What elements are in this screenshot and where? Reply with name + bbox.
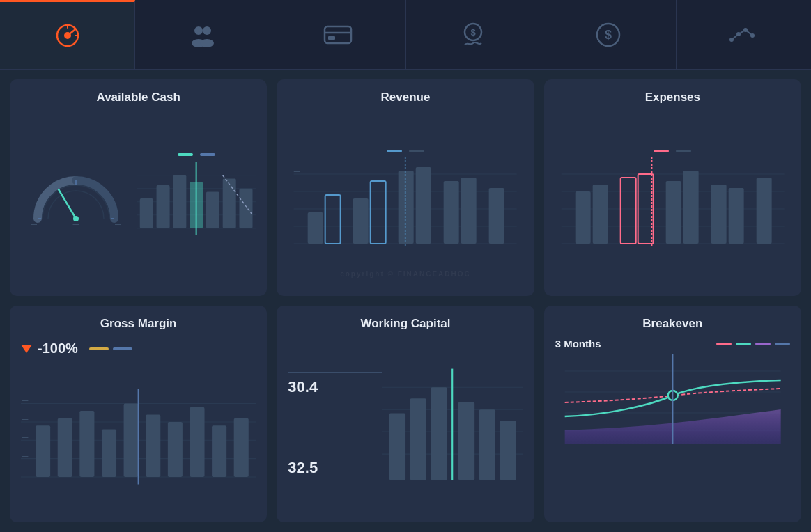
svg-rect-86 xyxy=(102,429,116,477)
gross-margin-value: -100% xyxy=(38,341,78,357)
svg-text:$: $ xyxy=(470,27,476,38)
svg-rect-65 xyxy=(592,185,608,244)
wc-values: 30.4 32.5 xyxy=(288,338,382,511)
revenue-chart: — — xyxy=(288,157,523,247)
gross-margin-chart: — — — — xyxy=(21,362,256,511)
svg-rect-103 xyxy=(479,409,495,480)
svg-rect-11 xyxy=(328,36,335,40)
dashboard-grid: Available Cash xyxy=(0,70,811,532)
svg-rect-70 xyxy=(711,185,726,244)
breakeven-legend-4 xyxy=(775,343,790,345)
working-capital-chart xyxy=(382,338,523,511)
nav-dashboard[interactable] xyxy=(0,0,135,69)
revenue-legend xyxy=(288,150,523,152)
svg-rect-57 xyxy=(489,188,504,244)
nav-team[interactable] xyxy=(135,0,270,69)
svg-rect-34 xyxy=(157,185,170,228)
available-cash-bars xyxy=(137,153,256,244)
svg-rect-39 xyxy=(240,188,253,228)
svg-rect-84 xyxy=(58,418,72,477)
svg-rect-71 xyxy=(728,188,743,244)
card-revenue: Revenue — xyxy=(277,79,534,296)
gauge-chart xyxy=(27,169,125,224)
svg-rect-49 xyxy=(308,212,323,244)
svg-rect-102 xyxy=(458,402,474,480)
svg-point-8 xyxy=(200,39,214,47)
svg-rect-99 xyxy=(389,414,406,480)
svg-line-21 xyxy=(739,30,746,34)
available-cash-legend xyxy=(137,153,256,156)
available-cash-chart xyxy=(137,160,256,237)
svg-rect-104 xyxy=(500,421,516,480)
gauge-container: — — — xyxy=(21,169,131,228)
card-working-capital: Working Capital 30.4 32.5 xyxy=(277,306,534,522)
svg-rect-68 xyxy=(665,181,681,244)
breakeven-legend xyxy=(716,343,790,345)
svg-rect-85 xyxy=(79,411,94,477)
svg-rect-35 xyxy=(173,175,186,228)
card-available-cash: Available Cash xyxy=(10,79,267,296)
breakeven-legend-3 xyxy=(755,343,771,345)
svg-rect-56 xyxy=(461,178,477,244)
revenue-title: Revenue xyxy=(288,91,523,104)
svg-rect-54 xyxy=(416,167,431,244)
revenue-content: — — xyxy=(288,111,523,285)
card-gross-margin: Gross Margin -100% — — xyxy=(10,306,267,522)
nav-payments[interactable] xyxy=(270,0,406,69)
svg-text:—: — xyxy=(22,434,29,441)
svg-rect-92 xyxy=(234,418,249,477)
svg-rect-9 xyxy=(325,26,351,43)
wc-value-1: 30.4 xyxy=(288,372,382,396)
svg-line-20 xyxy=(732,34,739,40)
svg-rect-50 xyxy=(325,195,341,244)
gross-margin-title: Gross Margin xyxy=(21,317,256,331)
available-cash-content: — — — xyxy=(21,111,256,285)
svg-rect-91 xyxy=(212,425,226,477)
card-expenses: Expenses xyxy=(544,79,801,296)
svg-text:—: — xyxy=(294,185,300,192)
svg-rect-53 xyxy=(399,171,414,244)
svg-text:—: — xyxy=(294,168,300,175)
expenses-legend xyxy=(555,150,790,152)
svg-text:—: — xyxy=(22,453,29,460)
breakeven-legend-1 xyxy=(716,343,732,345)
working-capital-title: Working Capital xyxy=(288,317,523,331)
svg-rect-90 xyxy=(190,407,204,477)
gross-margin-chart-area: — — — — xyxy=(21,362,256,511)
nav-analytics[interactable] xyxy=(677,0,811,69)
expenses-content xyxy=(555,111,790,285)
svg-rect-72 xyxy=(756,178,771,244)
breakeven-period: 3 Months xyxy=(555,338,601,350)
wc-chart-area xyxy=(382,338,523,511)
svg-rect-66 xyxy=(620,178,635,244)
svg-rect-100 xyxy=(410,398,426,480)
svg-text:—: — xyxy=(22,416,29,423)
svg-rect-101 xyxy=(431,387,447,480)
nav-cashflow[interactable]: $ xyxy=(406,0,541,69)
svg-point-6 xyxy=(203,26,211,35)
gm-legend-prev xyxy=(113,347,132,350)
svg-rect-37 xyxy=(206,191,219,228)
svg-rect-38 xyxy=(223,178,236,228)
top-nav: $ $ xyxy=(0,0,811,70)
svg-rect-69 xyxy=(683,171,698,244)
svg-point-5 xyxy=(194,26,203,35)
watermark: copyright © FINANCEADHOC xyxy=(288,270,523,278)
working-capital-content: 30.4 32.5 xyxy=(288,338,523,511)
breakeven-chart xyxy=(555,354,790,444)
svg-rect-87 xyxy=(124,404,139,477)
expenses-title: Expenses xyxy=(555,91,790,104)
svg-rect-88 xyxy=(146,414,160,477)
gm-legend-current xyxy=(89,347,109,350)
available-cash-title: Available Cash xyxy=(21,91,256,104)
svg-line-22 xyxy=(746,30,752,36)
svg-rect-51 xyxy=(353,198,369,244)
nav-dollar[interactable]: $ xyxy=(541,0,677,69)
svg-rect-64 xyxy=(575,191,590,244)
app-container: $ $ Available Cash xyxy=(0,0,811,532)
breakeven-legend-2 xyxy=(736,343,751,345)
svg-line-23 xyxy=(59,189,76,219)
trend-down-icon xyxy=(21,345,32,353)
breakeven-content: 3 Months xyxy=(555,338,790,511)
gross-margin-header: -100% xyxy=(21,341,256,357)
